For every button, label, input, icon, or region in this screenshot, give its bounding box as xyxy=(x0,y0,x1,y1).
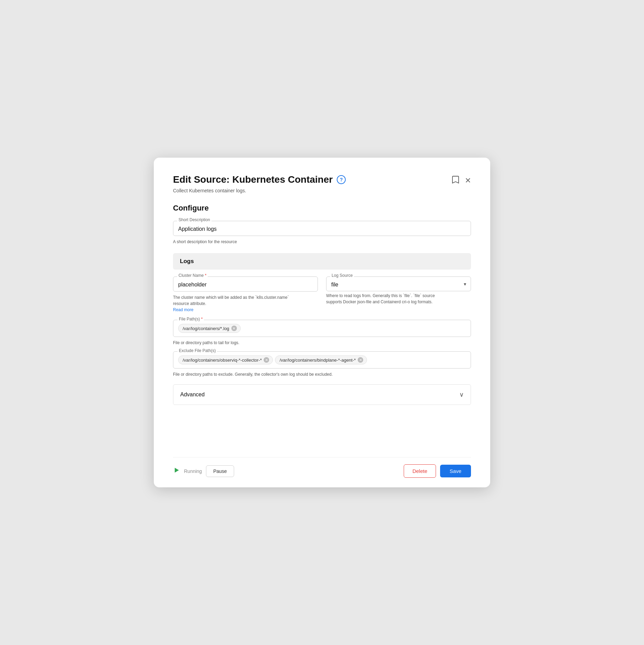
modal-title-row: Edit Source: Kubernetes Container ? xyxy=(173,174,346,185)
pause-button[interactable]: Pause xyxy=(206,465,234,477)
log-source-field: Log Source file stdout ▾ xyxy=(326,276,471,291)
modal-subtitle: Collect Kubernetes container logs. xyxy=(173,188,346,193)
bookmark-icon[interactable] xyxy=(452,176,459,185)
modal-footer: Running Pause Delete Save xyxy=(173,457,471,487)
cluster-name-input[interactable] xyxy=(173,276,318,292)
modal-actions: ✕ xyxy=(452,176,471,185)
exclude-file-paths-tag-remove-1[interactable]: ✕ xyxy=(358,357,363,363)
delete-button[interactable]: Delete xyxy=(404,464,436,478)
exclude-file-paths-tag-1: /var/log/containers/bindplane-*-agent-* … xyxy=(275,355,367,364)
file-paths-field[interactable]: File Path(s) * /var/log/containers/*.log… xyxy=(173,320,471,337)
log-source-hint: Where to read logs from. Generally this … xyxy=(326,293,471,305)
modal-title: Edit Source: Kubernetes Container xyxy=(173,174,333,185)
running-icon xyxy=(173,467,180,475)
exclude-file-paths-field[interactable]: Exclude File Path(s) /var/log/containers… xyxy=(173,351,471,369)
read-more-link[interactable]: Read more xyxy=(173,307,193,312)
modal-container: Edit Source: Kubernetes Container ? Coll… xyxy=(154,158,490,487)
advanced-label: Advanced xyxy=(180,392,205,398)
save-button[interactable]: Save xyxy=(440,465,471,477)
modal-title-group: Edit Source: Kubernetes Container ? Coll… xyxy=(173,174,346,193)
chevron-down-icon: ∨ xyxy=(459,391,464,398)
close-icon[interactable]: ✕ xyxy=(465,176,471,185)
logs-section-header: Logs xyxy=(173,253,471,270)
advanced-section: Advanced ∨ xyxy=(173,384,471,405)
modal-header: Edit Source: Kubernetes Container ? Coll… xyxy=(173,174,471,193)
file-paths-hint: File or directory paths to tail for logs… xyxy=(173,340,471,346)
file-paths-label: File Path(s) * xyxy=(177,317,204,321)
file-paths-tag-0: /var/log/containers/*.log ✕ xyxy=(178,324,241,333)
short-description-input[interactable] xyxy=(173,221,471,236)
file-paths-tag-remove-0[interactable]: ✕ xyxy=(231,326,237,331)
svg-marker-0 xyxy=(175,468,179,473)
advanced-header[interactable]: Advanced ∨ xyxy=(173,385,471,405)
short-description-hint: A short description for the resource xyxy=(173,239,471,245)
help-icon[interactable]: ? xyxy=(337,175,346,184)
running-label: Running xyxy=(184,468,202,474)
cluster-name-hint: The cluster name which will be added as … xyxy=(173,294,318,313)
cluster-name-field: Cluster Name * xyxy=(173,276,318,292)
log-source-select[interactable]: file stdout xyxy=(326,276,471,291)
configure-title: Configure xyxy=(173,204,471,213)
exclude-file-paths-tag-remove-0[interactable]: ✕ xyxy=(264,357,269,363)
modal-body: Configure Short Description A short desc… xyxy=(173,204,471,453)
file-paths-required: * xyxy=(201,317,203,321)
file-paths-group: File Path(s) * /var/log/containers/*.log… xyxy=(173,320,471,346)
footer-right: Delete Save xyxy=(404,464,471,478)
footer-left: Running Pause xyxy=(173,465,234,477)
cluster-name-group: Cluster Name * The cluster name which wi… xyxy=(173,276,318,313)
exclude-file-paths-tag-0: /var/log/containers/observiq-*-collector… xyxy=(178,355,273,364)
short-description-field: Short Description xyxy=(173,221,471,236)
logs-two-col: Cluster Name * The cluster name which wi… xyxy=(173,276,471,313)
exclude-file-paths-hint: File or directory paths to exclude. Gene… xyxy=(173,371,471,377)
exclude-file-paths-group: Exclude File Path(s) /var/log/containers… xyxy=(173,351,471,377)
log-source-group: Log Source file stdout ▾ Where to read l… xyxy=(326,276,471,313)
